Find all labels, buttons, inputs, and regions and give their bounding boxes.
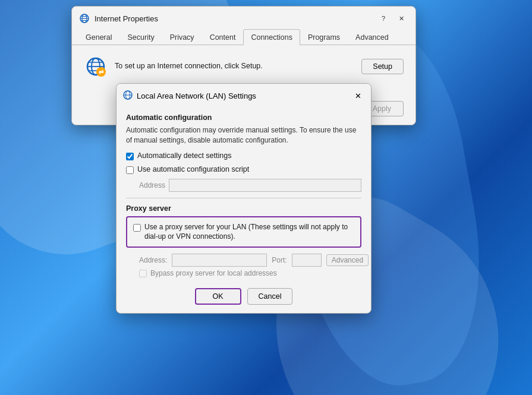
- tab-programs[interactable]: Programs: [300, 29, 348, 45]
- network-icon: ⇄: [84, 55, 108, 78]
- auto-detect-checkbox[interactable]: [126, 153, 134, 160]
- proxy-address-label: Address:: [139, 256, 167, 264]
- auto-script-address-row: Address: [139, 179, 361, 192]
- auto-script-label[interactable]: Use automatic configuration script: [137, 165, 249, 173]
- inner-dialog-footer: OK Cancel: [117, 283, 371, 313]
- close-button[interactable]: ✕: [394, 11, 408, 26]
- use-proxy-label[interactable]: Use a proxy server for your LAN (These s…: [144, 222, 354, 242]
- inner-ok-button[interactable]: OK: [195, 288, 241, 305]
- auto-config-description: Automatic configuration may override man…: [126, 125, 361, 146]
- proxy-server-section: Use a proxy server for your LAN (These s…: [126, 216, 361, 248]
- help-button[interactable]: ?: [376, 11, 391, 26]
- tab-security[interactable]: Security: [119, 29, 162, 45]
- tab-privacy[interactable]: Privacy: [162, 29, 202, 45]
- titlebar-controls: ? ✕: [376, 11, 408, 26]
- setup-description: To set up an Internet connection, click …: [115, 61, 354, 72]
- proxy-advanced-button[interactable]: Advanced: [326, 254, 369, 266]
- lan-icon: [122, 90, 133, 102]
- lan-settings-dialog: Local Area Network (LAN) Settings ✕ Auto…: [116, 83, 372, 314]
- svg-text:⇄: ⇄: [99, 69, 104, 75]
- bypass-proxy-checkbox[interactable]: [139, 270, 147, 277]
- auto-detect-label[interactable]: Automatically detect settings: [137, 151, 231, 160]
- proxy-port-label: Port:: [272, 256, 287, 264]
- internet-properties-icon: [79, 13, 90, 24]
- auto-script-address-input[interactable]: [169, 179, 361, 192]
- proxy-port-input[interactable]: [292, 254, 322, 267]
- section-divider: [126, 198, 361, 198]
- auto-config-section: Automatic configuration Automatic config…: [126, 113, 361, 192]
- setup-button[interactable]: Setup: [361, 59, 404, 74]
- auto-script-checkbox[interactable]: [126, 166, 134, 174]
- proxy-fields-row: Address: Port: Advanced: [139, 254, 361, 267]
- use-proxy-checkbox[interactable]: [133, 224, 141, 232]
- inner-dialog-body: Automatic configuration Automatic config…: [117, 106, 371, 283]
- proxy-address-input[interactable]: [172, 254, 267, 267]
- inner-dialog-titlebar: Local Area Network (LAN) Settings ✕: [117, 84, 371, 106]
- inner-cancel-button[interactable]: Cancel: [247, 288, 293, 305]
- titlebar-left: Internet Properties: [79, 13, 158, 24]
- bypass-label[interactable]: Bypass proxy server for local addresses: [150, 269, 277, 277]
- tab-connections[interactable]: Connections: [243, 29, 300, 45]
- inner-titlebar-left: Local Area Network (LAN) Settings: [122, 90, 256, 102]
- auto-script-row: Use automatic configuration script: [126, 165, 361, 174]
- auto-detect-row: Automatically detect settings: [126, 151, 361, 160]
- tab-bar: General Security Privacy Content Connect…: [72, 29, 415, 45]
- outer-dialog-titlebar: Internet Properties ? ✕: [72, 7, 415, 29]
- outer-dialog-title: Internet Properties: [95, 14, 158, 23]
- inner-close-button[interactable]: ✕: [351, 89, 365, 103]
- inner-dialog-title: Local Area Network (LAN) Settings: [137, 91, 256, 100]
- tab-general[interactable]: General: [78, 29, 119, 45]
- use-proxy-row: Use a proxy server for your LAN (These s…: [133, 222, 354, 242]
- tab-advanced[interactable]: Advanced: [348, 29, 396, 45]
- address-label: Address: [139, 181, 165, 189]
- bypass-row: Bypass proxy server for local addresses: [139, 269, 361, 277]
- proxy-section-title: Proxy server: [126, 204, 361, 213]
- auto-config-title: Automatic configuration: [126, 113, 361, 122]
- tab-content[interactable]: Content: [202, 29, 244, 45]
- setup-row: ⇄ To set up an Internet connection, clic…: [84, 55, 404, 78]
